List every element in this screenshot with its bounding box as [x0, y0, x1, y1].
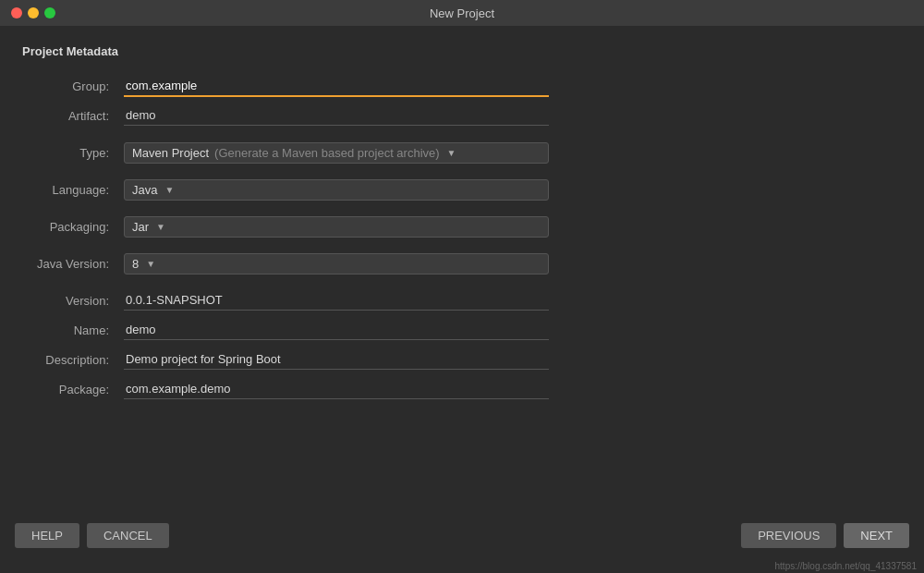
- packaging-label: Packaging:: [22, 220, 124, 234]
- artifact-row: Artifact:: [22, 101, 902, 130]
- version-input[interactable]: [124, 290, 549, 311]
- language-dropdown[interactable]: Java ▼: [124, 179, 549, 201]
- artifact-field: [124, 105, 549, 126]
- section-title: Project Metadata: [22, 44, 902, 58]
- name-row: Name:: [22, 315, 902, 345]
- watermark: https://blog.csdn.net/qq_41337581: [0, 559, 924, 573]
- version-label: Version:: [22, 294, 124, 308]
- dialog-title: New Project: [430, 6, 494, 20]
- java-version-dropdown-value: 8: [132, 257, 139, 271]
- footer-right: PREVIOUS NEXT: [741, 523, 909, 548]
- artifact-label: Artifact:: [22, 109, 124, 123]
- java-version-row: Java Version: 8 ▼: [22, 249, 902, 278]
- maximize-button[interactable]: [44, 7, 55, 18]
- package-label: Package:: [22, 383, 124, 396]
- java-version-field: 8 ▼: [124, 253, 549, 274]
- footer-left: HELP CANCEL: [15, 523, 169, 548]
- group-row: Group:: [22, 71, 902, 101]
- name-label: Name:: [22, 323, 124, 337]
- language-label: Language:: [22, 183, 124, 197]
- project-form: Group: Artifact: Type: Maven Project (Ge…: [22, 71, 902, 404]
- close-button[interactable]: [11, 7, 22, 18]
- language-dropdown-value: Java: [132, 183, 157, 197]
- name-input[interactable]: [124, 320, 549, 340]
- description-field: [124, 349, 549, 370]
- type-dropdown[interactable]: Maven Project (Generate a Maven based pr…: [124, 142, 549, 164]
- minimize-button[interactable]: [28, 7, 39, 18]
- language-row: Language: Java ▼: [22, 175, 902, 204]
- package-input[interactable]: [124, 379, 549, 399]
- main-content: Project Metadata Group: Artifact: Type: …: [0, 26, 924, 511]
- java-version-dropdown-arrow-icon: ▼: [146, 259, 155, 269]
- type-dropdown-arrow-icon: ▼: [447, 148, 456, 158]
- traffic-lights: [11, 7, 55, 18]
- packaging-dropdown-value: Jar: [132, 220, 149, 234]
- language-field: Java ▼: [124, 179, 549, 201]
- packaging-dropdown[interactable]: Jar ▼: [124, 216, 549, 238]
- package-row: Package:: [22, 374, 902, 404]
- type-dropdown-value: Maven Project: [132, 146, 209, 160]
- artifact-input[interactable]: [124, 105, 549, 126]
- description-input[interactable]: [124, 349, 549, 370]
- version-field: [124, 290, 549, 311]
- group-label: Group:: [22, 79, 124, 93]
- java-version-dropdown[interactable]: 8 ▼: [124, 253, 549, 274]
- group-input[interactable]: [124, 76, 549, 97]
- packaging-row: Packaging: Jar ▼: [22, 212, 902, 241]
- language-dropdown-arrow-icon: ▼: [164, 185, 174, 195]
- title-bar: New Project: [0, 0, 924, 26]
- type-label: Type:: [22, 146, 124, 160]
- packaging-field: Jar ▼: [124, 216, 549, 238]
- type-dropdown-hint: (Generate a Maven based project archive): [214, 146, 440, 160]
- version-row: Version:: [22, 286, 902, 315]
- cancel-button[interactable]: CANCEL: [87, 523, 169, 548]
- packaging-dropdown-arrow-icon: ▼: [156, 222, 165, 232]
- next-button[interactable]: NEXT: [844, 523, 909, 548]
- java-version-label: Java Version:: [22, 257, 124, 271]
- previous-button[interactable]: PREVIOUS: [741, 523, 836, 548]
- type-row: Type: Maven Project (Generate a Maven ba…: [22, 138, 902, 167]
- help-button[interactable]: HELP: [15, 523, 79, 548]
- name-field: [124, 320, 549, 340]
- group-field: [124, 76, 549, 97]
- description-row: Description:: [22, 345, 902, 374]
- footer: HELP CANCEL PREVIOUS NEXT: [0, 511, 924, 559]
- package-field: [124, 379, 549, 399]
- description-label: Description:: [22, 353, 124, 367]
- type-field: Maven Project (Generate a Maven based pr…: [124, 142, 549, 164]
